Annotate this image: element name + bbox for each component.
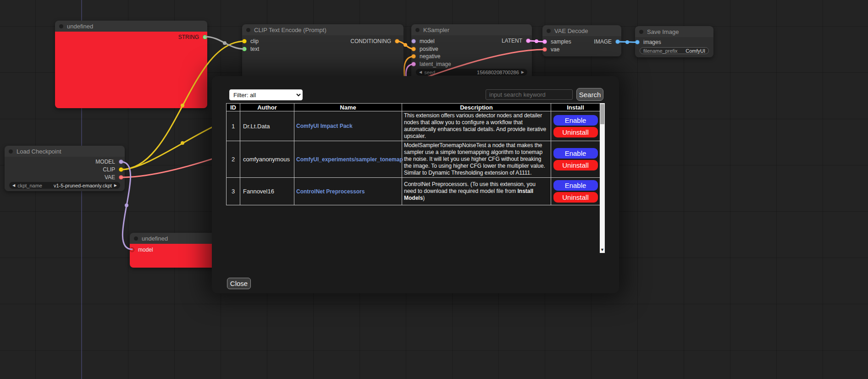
node-header[interactable]: CLIP Text Encode (Prompt) bbox=[242, 24, 404, 35]
ckpt-name-widget[interactable]: ◀ ckpt_name v1-5-pruned-emaonly.ckpt ▶ bbox=[9, 182, 120, 189]
node-vae-decode[interactable]: VAE Decode samples vae IMAGE bbox=[542, 25, 621, 56]
enable-button[interactable]: Enable bbox=[553, 148, 598, 159]
row-id: 2 bbox=[227, 141, 240, 178]
node-title: Save Image bbox=[647, 28, 679, 35]
output-dot-model[interactable] bbox=[119, 159, 123, 164]
node-title: undefined bbox=[142, 235, 168, 242]
node-load-checkpoint[interactable]: Load Checkpoint MODEL CLIP VAE ◀ ckpt_na… bbox=[5, 146, 125, 191]
prev-arrow-icon[interactable]: ◀ bbox=[12, 182, 15, 189]
table-header-row: ID Author Name Description Install bbox=[227, 104, 600, 111]
node-header[interactable]: KSampler bbox=[411, 24, 532, 35]
description-text: ) bbox=[423, 195, 425, 201]
nodes-table-container: ID Author Name Description Install 1 Dr.… bbox=[226, 103, 605, 253]
header-id: ID bbox=[227, 104, 240, 111]
output-dot-clip[interactable] bbox=[119, 167, 123, 172]
row-id: 1 bbox=[227, 111, 240, 141]
input-dot-clip[interactable] bbox=[242, 39, 247, 44]
input-dot-latent-image[interactable] bbox=[411, 62, 416, 66]
input-label-model: model bbox=[420, 38, 435, 44]
row-name-link[interactable]: ComfyUI Impact Pack bbox=[296, 123, 353, 129]
node-ksampler[interactable]: KSampler model positive negative latent_… bbox=[411, 24, 532, 79]
input-label-clip: clip bbox=[250, 38, 259, 44]
seed-widget[interactable]: ◀ seed 156680208700286 ▶ bbox=[416, 69, 527, 76]
row-author: Dr.Lt.Data bbox=[240, 111, 294, 141]
enable-button[interactable]: Enable bbox=[553, 115, 598, 126]
input-dot-text[interactable] bbox=[242, 47, 247, 51]
wire-string-to-text[interactable] bbox=[205, 37, 244, 49]
header-author: Author bbox=[240, 104, 294, 111]
node-header[interactable]: Load Checkpoint bbox=[5, 146, 125, 157]
collapse-dot-icon[interactable] bbox=[9, 149, 13, 154]
collapse-dot-icon[interactable] bbox=[134, 236, 138, 241]
uninstall-button[interactable]: Uninstall bbox=[553, 127, 598, 137]
ckpt-name-value: v1-5-pruned-emaonly.ckpt bbox=[54, 183, 112, 188]
output-label-conditioning: CONDITIONING bbox=[350, 38, 391, 44]
table-row: 2 comfyanonymous ComfyUI_experiments/sam… bbox=[227, 141, 600, 178]
row-author: Fannovel16 bbox=[240, 178, 294, 205]
collapse-dot-icon[interactable] bbox=[246, 28, 250, 32]
header-description: Description bbox=[402, 104, 551, 111]
filename-prefix-label: filename_prefix bbox=[643, 48, 678, 54]
output-dot-image[interactable] bbox=[615, 39, 620, 44]
search-button[interactable]: Search bbox=[576, 88, 603, 101]
node-save-image[interactable]: Save Image images filename_prefix ComfyU… bbox=[635, 26, 713, 57]
increment-arrow-icon[interactable]: ▶ bbox=[521, 69, 524, 76]
filename-prefix-value: ComfyUI bbox=[686, 48, 705, 54]
output-dot-latent[interactable] bbox=[526, 38, 531, 43]
output-dot-vae[interactable] bbox=[119, 175, 123, 180]
input-dot-model[interactable] bbox=[130, 247, 134, 252]
node-canvas[interactable]: undefined STRING CLIP Text Encode (Promp… bbox=[0, 0, 868, 379]
collapse-dot-icon[interactable] bbox=[639, 30, 643, 34]
input-label-latent-image: latent_image bbox=[420, 61, 451, 67]
node-header[interactable]: VAE Decode bbox=[542, 25, 621, 36]
search-input[interactable] bbox=[486, 89, 573, 100]
input-dot-model[interactable] bbox=[411, 39, 416, 44]
row-name-link[interactable]: ControlNet Preprocessors bbox=[296, 188, 365, 195]
output-label-image: IMAGE bbox=[594, 38, 612, 45]
table-scrollbar[interactable]: ▼ bbox=[600, 103, 605, 253]
wire-midpoint-dot bbox=[404, 43, 407, 47]
uninstall-button[interactable]: Uninstall bbox=[553, 192, 598, 203]
header-name: Name bbox=[294, 104, 402, 111]
input-dot-samples[interactable] bbox=[542, 39, 547, 44]
input-dot-images[interactable] bbox=[635, 40, 640, 44]
ckpt-name-label: ckpt_name bbox=[17, 183, 42, 188]
collapse-dot-icon[interactable] bbox=[415, 28, 420, 32]
seed-widget-label: seed bbox=[424, 70, 435, 75]
row-name-link[interactable]: ComfyUI_experiments/sampler_tonemap bbox=[296, 156, 403, 163]
enable-button[interactable]: Enable bbox=[553, 180, 598, 191]
input-label-text: text bbox=[250, 46, 259, 52]
decrement-arrow-icon[interactable]: ◀ bbox=[419, 69, 422, 76]
filename-prefix-widget[interactable]: filename_prefix ComfyUI bbox=[640, 47, 709, 54]
scrollbar-thumb[interactable] bbox=[600, 104, 604, 124]
node-clip-text-encode[interactable]: CLIP Text Encode (Prompt) clip text COND… bbox=[242, 24, 404, 79]
scrollbar-down-arrow[interactable]: ▼ bbox=[600, 247, 605, 253]
filter-select[interactable]: Filter: all bbox=[229, 89, 303, 100]
table-row: 1 Dr.Lt.Data ComfyUI Impact Pack This ex… bbox=[227, 111, 600, 141]
input-dot-negative[interactable] bbox=[411, 54, 416, 59]
input-label-images: images bbox=[643, 39, 661, 45]
close-button[interactable]: Close bbox=[227, 278, 251, 289]
output-dot-string[interactable] bbox=[203, 35, 207, 39]
node-title: KSampler bbox=[423, 27, 449, 33]
row-description: ModelSamplerTonemapNoiseTest a node that… bbox=[402, 141, 551, 178]
input-label-model: model bbox=[138, 247, 153, 253]
uninstall-button[interactable]: Uninstall bbox=[553, 160, 598, 170]
node-undefined-top[interactable]: undefined STRING bbox=[55, 21, 207, 108]
node-header[interactable]: undefined bbox=[55, 21, 207, 32]
row-id: 3 bbox=[227, 178, 240, 205]
node-title: undefined bbox=[67, 23, 93, 30]
custom-nodes-manager-dialog: Filter: all Search ID Author Name Descri… bbox=[212, 76, 619, 293]
input-dot-vae[interactable] bbox=[542, 47, 547, 52]
table-row: 3 Fannovel16 ControlNet Preprocessors Co… bbox=[227, 178, 600, 205]
next-arrow-icon[interactable]: ▶ bbox=[114, 182, 117, 189]
row-author: comfyanonymous bbox=[240, 141, 294, 178]
node-title: VAE Decode bbox=[554, 27, 588, 34]
description-text: ControlNet Preprocessors. (To use this e… bbox=[404, 181, 536, 194]
input-dot-positive[interactable] bbox=[411, 47, 416, 51]
node-header[interactable]: Save Image bbox=[635, 26, 713, 37]
collapse-dot-icon[interactable] bbox=[547, 29, 551, 33]
wire-midpoint-dot bbox=[535, 39, 538, 43]
output-dot-conditioning[interactable] bbox=[395, 39, 399, 44]
collapse-dot-icon[interactable] bbox=[59, 24, 63, 28]
